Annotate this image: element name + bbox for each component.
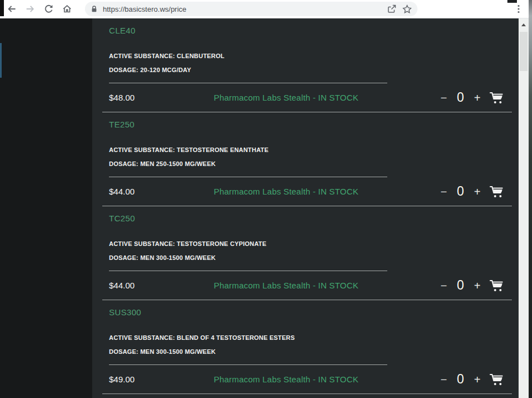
home-button[interactable] bbox=[60, 2, 74, 16]
product-row: SUS300 ACTIVE SUBSTANCE: BLEND OF 4 TEST… bbox=[92, 300, 519, 394]
product-row: TC250 ACTIVE SUBSTANCE: TESTOSTERONE CYP… bbox=[92, 206, 519, 300]
quantity-decrease-button[interactable]: − bbox=[439, 374, 448, 385]
product-price: $49.00 bbox=[109, 375, 201, 384]
product-dosage: DOSAGE: MEN 300-1500 MG/WEEK bbox=[92, 348, 519, 356]
quantity-increase-button[interactable]: + bbox=[473, 186, 482, 197]
product-dosage: DOSAGE: MEN 300-1500 MG/WEEK bbox=[92, 254, 519, 262]
product-separator bbox=[102, 206, 512, 206]
shopping-cart-icon bbox=[489, 279, 504, 292]
product-price: $48.00 bbox=[109, 93, 201, 102]
quantity-value: 0 bbox=[455, 91, 466, 104]
scrollbar-thumb[interactable] bbox=[520, 32, 528, 71]
product-active-substance: ACTIVE SUBSTANCE: TESTOSTERONE CYPIONATE bbox=[92, 240, 519, 248]
page-scrollbar[interactable] bbox=[519, 18, 529, 398]
scrollbar-up-arrow-icon[interactable] bbox=[521, 23, 526, 26]
add-to-cart-button[interactable] bbox=[489, 186, 504, 198]
url-text[interactable]: https://basicstero.ws/price bbox=[103, 5, 382, 13]
quantity-value: 0 bbox=[455, 185, 466, 198]
product-name-link[interactable]: TE250 bbox=[92, 112, 519, 130]
forward-arrow-icon bbox=[25, 4, 35, 14]
product-active-substance: ACTIVE SUBSTANCE: BLEND OF 4 TESTOSTERON… bbox=[92, 334, 519, 342]
stock-status: Pharmacom Labs Stealth - IN STOCK bbox=[201, 375, 371, 384]
reload-button[interactable] bbox=[41, 2, 56, 16]
product-price: $44.00 bbox=[109, 281, 201, 290]
address-bar[interactable]: https://basicstero.ws/price bbox=[85, 2, 417, 16]
quantity-increase-button[interactable]: + bbox=[473, 280, 482, 291]
quantity-value: 0 bbox=[455, 373, 466, 386]
add-to-cart-button[interactable] bbox=[489, 373, 504, 386]
quantity-decrease-button[interactable]: − bbox=[439, 92, 448, 103]
description-divider bbox=[109, 364, 387, 365]
window-artifact bbox=[0, 0, 4, 16]
quantity-controls: − 0 + bbox=[371, 373, 504, 386]
stock-status: Pharmacom Labs Stealth - IN STOCK bbox=[201, 187, 371, 196]
quantity-controls: − 0 + bbox=[371, 91, 504, 104]
stock-status: Pharmacom Labs Stealth - IN STOCK bbox=[201, 281, 371, 290]
reload-icon bbox=[44, 4, 54, 14]
product-price-row: $49.00 Pharmacom Labs Stealth - IN STOCK… bbox=[92, 365, 519, 394]
product-price: $44.00 bbox=[109, 187, 201, 196]
quantity-controls: − 0 + bbox=[371, 279, 504, 292]
browser-toolbar: https://basicstero.ws/price bbox=[0, 0, 532, 18]
window-artifact bbox=[507, 0, 517, 3]
product-price-row: $44.00 Pharmacom Labs Stealth - IN STOCK… bbox=[92, 177, 519, 206]
quantity-decrease-button[interactable]: − bbox=[439, 280, 448, 291]
stock-status: Pharmacom Labs Stealth - IN STOCK bbox=[201, 93, 371, 102]
left-sidebar bbox=[0, 18, 92, 398]
product-separator bbox=[102, 394, 512, 394]
share-icon[interactable] bbox=[387, 4, 397, 14]
home-icon bbox=[62, 4, 72, 14]
product-dosage: DOSAGE: MEN 250-1500 MG/WEEK bbox=[92, 160, 519, 168]
quantity-decrease-button[interactable]: − bbox=[439, 186, 448, 197]
product-separator bbox=[102, 300, 512, 300]
product-separator bbox=[102, 112, 512, 112]
product-row: TE250 ACTIVE SUBSTANCE: TESTOSTERONE ENA… bbox=[92, 112, 519, 206]
add-to-cart-button[interactable] bbox=[489, 92, 504, 104]
product-name-link[interactable]: TC250 bbox=[92, 206, 519, 224]
forward-button[interactable] bbox=[23, 2, 37, 16]
menu-kebab-icon[interactable] bbox=[514, 4, 524, 14]
quantity-value: 0 bbox=[455, 279, 466, 292]
sidebar-accent-bar bbox=[0, 43, 2, 78]
back-arrow-icon bbox=[7, 4, 17, 14]
shopping-cart-icon bbox=[489, 186, 504, 198]
quantity-increase-button[interactable]: + bbox=[473, 374, 482, 385]
bookmark-star-icon[interactable] bbox=[402, 4, 412, 14]
product-row: CLE40 ACTIVE SUBSTANCE: CLENBUTEROL DOSA… bbox=[92, 18, 519, 112]
add-to-cart-button[interactable] bbox=[489, 279, 504, 292]
description-divider bbox=[109, 177, 387, 177]
product-dosage: DOSAGE: 20-120 MCG/DAY bbox=[92, 66, 519, 74]
product-active-substance: ACTIVE SUBSTANCE: TESTOSTERONE ENANTHATE bbox=[92, 146, 519, 154]
product-active-substance: ACTIVE SUBSTANCE: CLENBUTEROL bbox=[92, 52, 519, 60]
quantity-controls: − 0 + bbox=[371, 185, 504, 198]
window-edge bbox=[529, 0, 532, 398]
product-name-link[interactable]: SUS300 bbox=[92, 300, 519, 318]
shopping-cart-icon bbox=[489, 92, 504, 104]
back-button[interactable] bbox=[4, 2, 19, 16]
description-divider bbox=[109, 83, 387, 83]
page-body: CLE40 ACTIVE SUBSTANCE: CLENBUTEROL DOSA… bbox=[0, 18, 532, 398]
lock-icon bbox=[91, 5, 98, 13]
product-list: CLE40 ACTIVE SUBSTANCE: CLENBUTEROL DOSA… bbox=[92, 18, 519, 398]
product-price-row: $48.00 Pharmacom Labs Stealth - IN STOCK… bbox=[92, 83, 519, 112]
description-divider bbox=[109, 271, 387, 271]
shopping-cart-icon bbox=[489, 373, 504, 386]
product-name-link[interactable]: CLE40 bbox=[92, 18, 519, 36]
product-price-row: $44.00 Pharmacom Labs Stealth - IN STOCK… bbox=[92, 271, 519, 300]
quantity-increase-button[interactable]: + bbox=[473, 92, 482, 103]
